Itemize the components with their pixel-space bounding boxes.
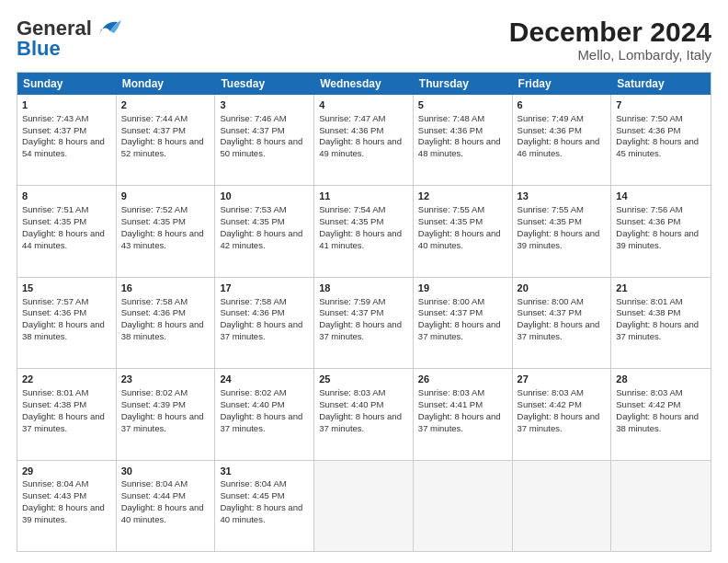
day-number: 11 xyxy=(319,190,408,203)
day-number: 5 xyxy=(418,98,507,112)
sunset: Sunset: 4:39 PM xyxy=(121,399,186,409)
sunrise: Sunrise: 8:00 AM xyxy=(418,296,484,306)
cal-cell-day-20: 20 Sunrise: 8:00 AM Sunset: 4:37 PM Dayl… xyxy=(513,278,612,368)
sunrise: Sunrise: 7:46 AM xyxy=(220,113,286,123)
sunrise: Sunrise: 8:00 AM xyxy=(518,296,584,306)
day-number: 16 xyxy=(121,282,210,295)
day-number: 2 xyxy=(121,98,210,112)
cal-cell-day-12: 12 Sunrise: 7:55 AM Sunset: 4:35 PM Dayl… xyxy=(414,186,513,276)
sunrise: Sunrise: 7:44 AM xyxy=(121,113,188,123)
cal-row-3: 15 Sunrise: 7:57 AM Sunset: 4:36 PM Dayl… xyxy=(17,278,711,369)
daylight: Daylight: 8 hours and 39 minutes. xyxy=(22,502,105,524)
cal-cell-day-6: 6 Sunrise: 7:49 AM Sunset: 4:36 PM Dayli… xyxy=(513,95,612,185)
day-number: 22 xyxy=(22,373,111,386)
sunset: Sunset: 4:41 PM xyxy=(418,399,483,409)
cal-cell-day-2: 2 Sunrise: 7:44 AM Sunset: 4:37 PM Dayli… xyxy=(117,95,216,185)
header-sunday: Sunday xyxy=(17,73,117,95)
daylight: Daylight: 8 hours and 40 minutes. xyxy=(418,228,501,250)
cal-cell-empty-4-5 xyxy=(513,461,612,551)
cal-row-4: 22 Sunrise: 8:01 AM Sunset: 4:38 PM Dayl… xyxy=(17,369,711,460)
sunrise: Sunrise: 7:54 AM xyxy=(319,204,385,214)
daylight: Daylight: 8 hours and 49 minutes. xyxy=(319,136,402,158)
day-number: 6 xyxy=(518,98,607,112)
cal-row-1: 1 Sunrise: 7:43 AM Sunset: 4:37 PM Dayli… xyxy=(17,95,711,186)
sunset: Sunset: 4:35 PM xyxy=(319,216,383,226)
daylight: Daylight: 8 hours and 37 minutes. xyxy=(418,319,501,341)
sunset: Sunset: 4:36 PM xyxy=(518,125,582,135)
daylight: Daylight: 8 hours and 40 minutes. xyxy=(220,502,302,524)
day-number: 10 xyxy=(220,190,309,203)
sunset: Sunset: 4:37 PM xyxy=(418,307,483,317)
sunset: Sunset: 4:43 PM xyxy=(22,490,86,500)
daylight: Daylight: 8 hours and 38 minutes. xyxy=(121,319,204,341)
daylight: Daylight: 8 hours and 44 minutes. xyxy=(22,228,105,250)
day-number: 9 xyxy=(121,190,210,203)
sunrise: Sunrise: 8:02 AM xyxy=(121,387,188,397)
day-number: 19 xyxy=(418,282,507,295)
daylight: Daylight: 8 hours and 38 minutes. xyxy=(22,319,105,341)
daylight: Daylight: 8 hours and 46 minutes. xyxy=(518,136,600,158)
cal-cell-day-22: 22 Sunrise: 8:01 AM Sunset: 4:38 PM Dayl… xyxy=(17,369,117,459)
sunset: Sunset: 4:37 PM xyxy=(220,125,284,135)
cal-cell-day-24: 24 Sunrise: 8:02 AM Sunset: 4:40 PM Dayl… xyxy=(215,369,314,459)
sunrise: Sunrise: 8:01 AM xyxy=(616,296,682,306)
cal-cell-day-14: 14 Sunrise: 7:56 AM Sunset: 4:36 PM Dayl… xyxy=(611,186,711,276)
cal-cell-day-31: 31 Sunrise: 8:04 AM Sunset: 4:45 PM Dayl… xyxy=(215,461,314,551)
cal-cell-day-1: 1 Sunrise: 7:43 AM Sunset: 4:37 PM Dayli… xyxy=(17,95,117,185)
header-saturday: Saturday xyxy=(611,73,711,95)
header-thursday: Thursday xyxy=(414,73,513,95)
cal-cell-day-21: 21 Sunrise: 8:01 AM Sunset: 4:38 PM Dayl… xyxy=(611,278,711,368)
sunset: Sunset: 4:36 PM xyxy=(616,216,680,226)
day-number: 24 xyxy=(220,373,309,386)
page-title: December 2024 xyxy=(509,17,711,47)
sunrise: Sunrise: 7:58 AM xyxy=(121,296,188,306)
daylight: Daylight: 8 hours and 38 minutes. xyxy=(616,411,699,433)
daylight: Daylight: 8 hours and 52 minutes. xyxy=(121,136,204,158)
day-number: 31 xyxy=(220,465,309,478)
calendar: Sunday Monday Tuesday Wednesday Thursday… xyxy=(17,72,711,552)
cal-cell-day-30: 30 Sunrise: 8:04 AM Sunset: 4:44 PM Dayl… xyxy=(117,461,216,551)
cal-cell-day-17: 17 Sunrise: 7:58 AM Sunset: 4:36 PM Dayl… xyxy=(215,278,314,368)
sunrise: Sunrise: 8:04 AM xyxy=(121,478,188,488)
cal-cell-day-29: 29 Sunrise: 8:04 AM Sunset: 4:43 PM Dayl… xyxy=(17,461,117,551)
sunset: Sunset: 4:40 PM xyxy=(220,399,284,409)
cal-cell-day-18: 18 Sunrise: 7:59 AM Sunset: 4:37 PM Dayl… xyxy=(314,278,414,368)
day-number: 25 xyxy=(319,373,408,386)
sunset: Sunset: 4:36 PM xyxy=(616,125,680,135)
sunrise: Sunrise: 8:03 AM xyxy=(616,387,682,397)
sunrise: Sunrise: 7:58 AM xyxy=(220,296,286,306)
day-number: 4 xyxy=(319,98,408,112)
daylight: Daylight: 8 hours and 39 minutes. xyxy=(518,228,600,250)
sunrise: Sunrise: 8:03 AM xyxy=(518,387,584,397)
cal-cell-day-5: 5 Sunrise: 7:48 AM Sunset: 4:36 PM Dayli… xyxy=(414,95,513,185)
day-number: 14 xyxy=(616,190,706,203)
page: General Blue December 2024 Mello, Lombar… xyxy=(0,0,728,563)
logo-text-blue: Blue xyxy=(17,37,121,61)
daylight: Daylight: 8 hours and 45 minutes. xyxy=(616,136,699,158)
sunrise: Sunrise: 8:04 AM xyxy=(220,478,286,488)
cal-cell-day-9: 9 Sunrise: 7:52 AM Sunset: 4:35 PM Dayli… xyxy=(117,186,216,276)
sunrise: Sunrise: 7:43 AM xyxy=(22,113,88,123)
daylight: Daylight: 8 hours and 37 minutes. xyxy=(220,319,302,341)
sunrise: Sunrise: 7:59 AM xyxy=(319,296,385,306)
sunrise: Sunrise: 7:55 AM xyxy=(418,204,484,214)
sunset: Sunset: 4:37 PM xyxy=(518,307,582,317)
cal-cell-day-26: 26 Sunrise: 8:03 AM Sunset: 4:41 PM Dayl… xyxy=(414,369,513,459)
logo-bird-icon xyxy=(92,18,121,39)
day-number: 30 xyxy=(121,465,210,478)
day-number: 1 xyxy=(22,98,111,112)
sunset: Sunset: 4:37 PM xyxy=(121,125,186,135)
header: General Blue December 2024 Mello, Lombar… xyxy=(17,17,711,63)
day-number: 8 xyxy=(22,190,111,203)
cal-cell-empty-4-4 xyxy=(414,461,513,551)
header-monday: Monday xyxy=(117,73,216,95)
sunset: Sunset: 4:38 PM xyxy=(616,307,680,317)
sunrise: Sunrise: 7:51 AM xyxy=(22,204,88,214)
sunrise: Sunrise: 8:04 AM xyxy=(22,478,88,488)
day-number: 13 xyxy=(518,190,607,203)
day-number: 18 xyxy=(319,282,408,295)
cal-cell-empty-4-6 xyxy=(611,461,711,551)
cal-cell-day-15: 15 Sunrise: 7:57 AM Sunset: 4:36 PM Dayl… xyxy=(17,278,117,368)
daylight: Daylight: 8 hours and 37 minutes. xyxy=(518,411,600,433)
day-number: 15 xyxy=(22,282,111,295)
